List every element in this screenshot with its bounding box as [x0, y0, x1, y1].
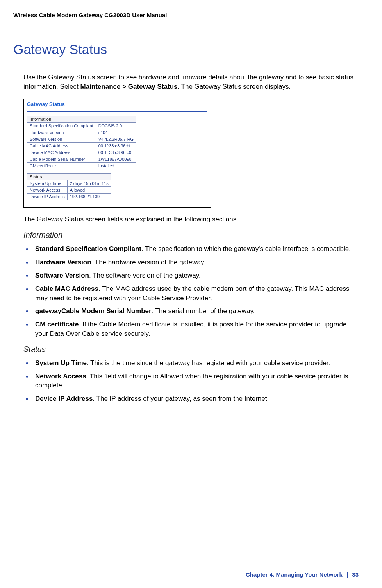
information-table-header: Information [27, 116, 136, 122]
table-row: CM certificateInstalled [27, 162, 136, 169]
desc: . The IP address of your gateway, as see… [93, 395, 269, 402]
info-label: Cable MAC Address [27, 142, 96, 149]
info-label: Cable Modem Serial Number [27, 156, 96, 162]
info-value: 00:1f:33:c3:96:c0 [96, 149, 136, 156]
information-list: Standard Specification Compliant. The sp… [12, 244, 359, 338]
term: CM certificate [35, 321, 79, 328]
info-label: Standard Specification Compliant [27, 122, 96, 129]
desc: . The software version of the gateway. [89, 272, 201, 279]
footer-separator: | [344, 571, 350, 578]
list-item: CM certificate. If the Cable Modem certi… [23, 320, 359, 339]
document-header: Wireless Cable Modem Gateway CG2003D Use… [12, 12, 359, 18]
table-row: Standard Specification CompliantDOCSIS 2… [27, 122, 136, 129]
term: gatewayCable Modem Serial Number [35, 307, 152, 315]
status-label: Device IP Address [27, 193, 68, 200]
page-title: Gateway Status [12, 42, 359, 57]
screenshot-title: Gateway Status [27, 101, 207, 107]
table-row: Device MAC Address00:1f:33:c3:96:c0 [27, 149, 136, 156]
list-item: Device IP Address. The IP address of you… [23, 394, 359, 403]
intro-text-after: . The Gateway Status screen displays. [177, 83, 291, 90]
screenshot-divider [27, 111, 207, 112]
table-row: Cable MAC Address00:1f:33:c3:96:bf [27, 142, 136, 149]
document-title: Wireless Cable Modem Gateway CG2003D Use… [13, 12, 167, 18]
status-value: Allowed [67, 186, 111, 193]
table-row: Cable Modem Serial Number1WL1867A00098 [27, 156, 136, 162]
table-row: Device IP Address192.168.21.139 [27, 193, 111, 200]
intro-paragraph: Use the Gateway Status screen to see har… [12, 73, 359, 91]
list-item: Network Access. This field will change t… [23, 372, 359, 391]
info-label: Device MAC Address [27, 149, 96, 156]
footer-divider [12, 566, 359, 566]
info-value: DOCSIS 2.0 [96, 122, 136, 129]
term: Cable MAC Address [35, 285, 98, 292]
footer-page-number: 33 [352, 571, 359, 578]
list-item: Software Version. The software version o… [23, 271, 359, 280]
list-item: gatewayCable Modem Serial Number. The se… [23, 307, 359, 316]
footer: Chapter 4. Managing Your Network | 33 [246, 571, 359, 578]
list-item: Standard Specification Compliant. The sp… [23, 244, 359, 254]
status-table: Status System Up Time2 days 15h:01m:11s … [27, 173, 111, 200]
table-row: Software VersionV4.4.2.2R05.7-RG [27, 136, 136, 142]
gateway-status-screenshot: Gateway Status Information Standard Spec… [23, 99, 211, 208]
info-label: Hardware Version [27, 129, 96, 136]
status-list: System Up Time. This is the time since t… [12, 359, 359, 403]
status-value: 192.168.21.139 [67, 193, 111, 200]
table-row: Network AccessAllowed [27, 186, 111, 193]
info-label: Software Version [27, 136, 96, 142]
status-label: Network Access [27, 186, 68, 193]
desc: . If the Cable Modem certificate is Inst… [35, 321, 346, 337]
info-value: 1WL1867A00098 [96, 156, 136, 162]
list-item: Cable MAC Address. The MAC address used … [23, 284, 359, 303]
status-value: 2 days 15h:01m:11s [67, 180, 111, 186]
footer-chapter: Chapter 4. Managing Your Network [246, 571, 343, 578]
info-value: Installed [96, 162, 136, 169]
list-item: System Up Time. This is the time since t… [23, 359, 359, 368]
term: Hardware Version [35, 258, 91, 266]
status-heading: Status [12, 345, 359, 354]
table-row: Hardware Versionc104 [27, 129, 136, 136]
after-screenshot-text: The Gateway Status screen fields are exp… [12, 215, 359, 224]
table-row: System Up Time2 days 15h:01m:11s [27, 180, 111, 186]
desc: . The serial number of the gateway. [152, 307, 255, 315]
term: Device IP Address [35, 395, 93, 402]
status-label: System Up Time [27, 180, 68, 186]
list-item: Hardware Version. The hardware version o… [23, 258, 359, 267]
intro-nav-path: Maintenance > Gateway Status [80, 83, 178, 90]
information-table: Information Standard Specification Compl… [27, 116, 136, 169]
desc: . The specification to which the gateway… [141, 245, 351, 253]
info-value: c104 [96, 129, 136, 136]
term: System Up Time [35, 359, 87, 367]
desc: . The hardware version of the gateway. [91, 258, 205, 266]
info-label: CM certificate [27, 162, 96, 169]
information-heading: Information [12, 231, 359, 240]
info-value: 00:1f:33:c3:96:bf [96, 142, 136, 149]
term: Software Version [35, 272, 89, 279]
desc: . This is the time since the gateway has… [87, 359, 330, 367]
info-value: V4.4.2.2R05.7-RG [96, 136, 136, 142]
term: Network Access [35, 373, 86, 380]
term: Standard Specification Compliant [35, 245, 141, 253]
status-table-header: Status [27, 173, 111, 180]
